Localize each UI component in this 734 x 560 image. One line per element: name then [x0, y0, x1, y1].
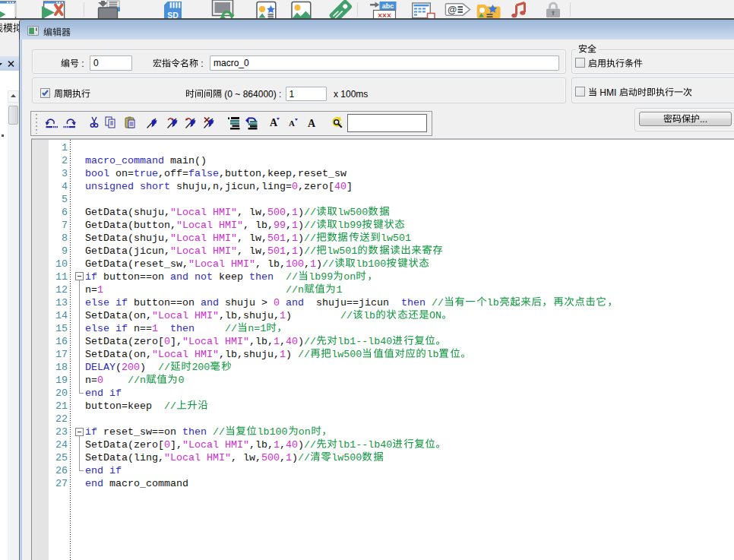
svg-text:A: A: [270, 117, 278, 128]
svg-text:@: @: [448, 5, 457, 15]
svg-text:A: A: [289, 119, 295, 128]
svg-text:SD: SD: [167, 11, 179, 20]
svg-text:×××: ×××: [378, 11, 391, 20]
svg-text:abc: abc: [382, 2, 394, 10]
svg-text:A: A: [308, 117, 316, 128]
